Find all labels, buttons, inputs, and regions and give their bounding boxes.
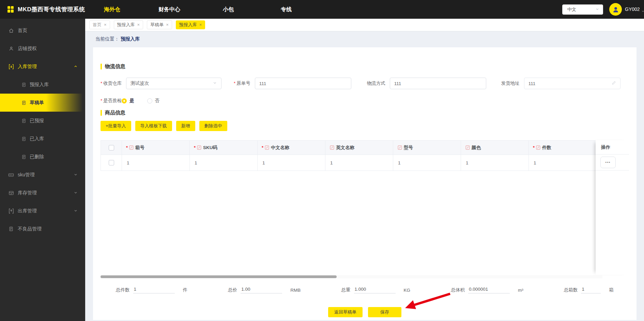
total-pieces: 总件数 1 件 [116,287,187,293]
col-color: 颜色 [461,141,529,155]
total-price-value[interactable]: 1.00 [241,287,282,293]
home-icon [8,28,14,33]
logistics-method-input[interactable]: 111 [390,78,486,89]
document-icon [21,100,26,105]
field-logistics-method: 物流方式 111 [367,78,486,89]
app-grid-icon[interactable] [7,6,14,13]
tab-bar: 首页 × 预报入库 × 草稿单 × 预报入库 × [85,19,644,31]
language-select-value: 中文 [567,6,576,13]
topnav-finance-center[interactable]: 财务中心 [158,0,180,19]
tab-home[interactable]: 首页 × [89,20,110,29]
cell-sku-code[interactable]: 1 [190,155,258,171]
title-accent-bar [101,110,102,116]
cell-chinese-name[interactable]: 1 [258,155,325,171]
topnav-dedicated-line[interactable]: 专线 [281,0,292,19]
cell-piece-count[interactable]: 1 [529,155,597,171]
back-to-draft-button[interactable]: 返回草稿单 [328,307,363,317]
username-label: GY002 [625,0,640,19]
close-icon[interactable]: × [199,21,202,29]
sidebar-item-defective-mgmt[interactable]: 不良品管理 [0,220,85,238]
sidebar-item-inventory-mgmt[interactable]: 库存管理 [0,184,85,202]
sidebar-item-forecast-inbound[interactable]: 预报入库 [0,76,85,94]
total-boxes-value[interactable]: 1 [581,287,601,293]
col-sku-code: *SKU码 [190,141,258,155]
topnav-small-parcel[interactable]: 小包 [223,0,234,19]
sidebar-item-outbound-mgmt[interactable]: 出库管理 [0,202,85,220]
user-caret-icon[interactable] [641,8,644,14]
document-icon [8,226,14,231]
row-checkbox[interactable] [109,160,114,165]
breadcrumb: 当前位置： 预报入库 [85,31,644,47]
chevron-down-icon [74,208,78,214]
close-icon[interactable]: × [137,21,140,29]
total-weight: 总重 1.000 KG [341,287,411,293]
main-area: 首页 × 预报入库 × 草稿单 × 预报入库 × 当前位置： 预报入库 物流信息… [85,19,644,321]
receive-warehouse-select[interactable]: 测试波次 [126,78,221,89]
outbound-icon [8,208,14,214]
tab-draft-order[interactable]: 草稿单 × [147,20,172,29]
original-order-no-input[interactable]: 111 [255,78,351,89]
quality-radio-yes[interactable]: 是 [122,98,134,104]
add-row-button[interactable]: 新增 [176,121,195,131]
col-piece-count: *件数 [529,141,597,155]
sidebar-item-inbound-mgmt[interactable]: 入库管理 [0,58,85,76]
cell-box-no[interactable]: 1 [122,155,190,171]
edit-icon [265,145,269,150]
edit-icon [465,145,470,150]
user-avatar[interactable] [609,3,622,16]
tab-forecast-inbound-2[interactable]: 预报入库 × [176,20,205,29]
chevron-down-icon [213,81,217,86]
template-download-button[interactable]: 导入模板下载 [135,121,172,131]
quality-radio-no[interactable]: 否 [147,98,160,104]
horizontal-scrollbar-track [101,275,602,278]
logistics-form-row: *收货仓库 测试波次 *原单号 111 物流方式 111 [101,78,629,89]
cell-color[interactable]: 1 [461,155,529,171]
sidebar-item-deleted[interactable]: 已删除 [0,148,85,166]
total-weight-value[interactable]: 1.000 [354,287,396,293]
language-select[interactable]: 中文 [562,4,603,15]
quality-check-row: *是否质检 是 否 [101,97,629,104]
save-button[interactable]: 保存 [368,307,401,317]
radio-selected-icon [122,98,127,103]
inventory-icon [8,190,14,196]
horizontal-scrollbar-thumb[interactable] [101,275,337,278]
total-price: 总价 1.00 RMB [228,287,301,293]
ship-address-input[interactable]: 111 [524,78,620,89]
col-box-no: *箱号 [122,141,190,155]
breadcrumb-current: 预报入库 [121,36,140,42]
action-column-fixed: 操作 ••• [596,140,629,275]
edit-icon [330,145,334,150]
close-icon[interactable]: × [166,21,169,29]
sidebar-item-shop-auth[interactable]: 店铺授权 [0,39,85,58]
topnav-overseas-warehouse[interactable]: 海外仓 [104,0,120,19]
sidebar-item-home[interactable]: 首页 [0,21,85,39]
field-ship-address: 发货地址 111 [501,78,620,89]
edit-icon [398,145,402,150]
chevron-down-icon [74,190,78,196]
tab-forecast-inbound-1[interactable]: 预报入库 × [114,20,143,29]
chevron-up-icon [74,64,78,69]
sidebar: 首页 店铺授权 入库管理 预报入库 草稿单 已预报 [0,19,85,321]
sidebar-item-forecasted[interactable]: 已预报 [0,112,85,130]
select-all-checkbox[interactable] [109,145,114,150]
user-icon [8,46,14,51]
col-model: 型号 [393,141,461,155]
total-volume-value[interactable]: 0.000001 [468,287,510,293]
topbar: MKD墨西哥专线管理系统 海外仓 财务中心 小包 专线 中文 GY002 [0,0,644,19]
total-pieces-value[interactable]: 1 [133,287,175,293]
cell-english-name[interactable]: 1 [325,155,393,171]
col-action: 操作 [596,140,629,155]
sidebar-item-draft-order[interactable]: 草稿单 [0,94,85,112]
cell-model[interactable]: 1 [393,155,461,171]
sidebar-item-sku-mgmt[interactable]: SKU sku管理 [0,166,85,184]
batch-import-button[interactable]: +批量导入 [101,121,131,131]
row-more-actions-button[interactable]: ••• [600,157,616,168]
close-icon[interactable]: × [104,21,107,29]
section-title-products: 商品信息 [101,109,629,116]
app-title: MKD墨西哥专线管理系统 [18,0,85,19]
document-icon [21,82,26,87]
sidebar-item-inbounded[interactable]: 已入库 [0,130,85,148]
products-toolbar: +批量导入 导入模板下载 新增 删除选中 [101,121,629,131]
col-chinese-name: *中文名称 [258,141,325,155]
delete-selected-button[interactable]: 删除选中 [199,121,227,131]
